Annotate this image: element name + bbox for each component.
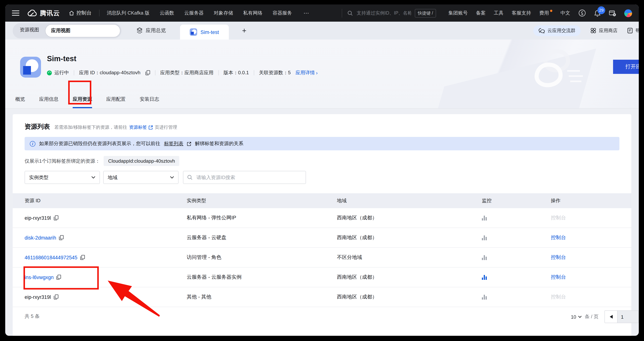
circle-s-icon[interactable]	[578, 9, 586, 17]
info-icon: i	[30, 141, 36, 146]
nav-item-support[interactable]: 客服支持	[512, 10, 531, 17]
console-link[interactable]: 控制台	[551, 254, 631, 261]
copy-icon[interactable]	[54, 294, 58, 299]
resource-id-cell[interactable]: disk-2dmaarih	[24, 235, 187, 240]
app-meta-row: 运行中 应用 ID：cloudapp-40sztovh 应用类型：应用商店应用 …	[47, 69, 318, 76]
copy-icon[interactable]	[145, 70, 150, 75]
app-store-icon	[590, 28, 596, 34]
toggle-app-view[interactable]: 应用视图	[45, 24, 120, 37]
app-detail-link[interactable]: 应用详情›	[296, 69, 318, 76]
decorative-3d-logo	[527, 46, 583, 99]
copy-icon[interactable]	[54, 215, 58, 220]
tab-app-config[interactable]: 应用配置	[106, 96, 126, 108]
resource-tag-link[interactable]: 资源标签	[129, 124, 147, 131]
tab-install-logs[interactable]: 安装日志	[140, 96, 159, 108]
monitor-chart-icon[interactable]	[482, 255, 551, 260]
copy-icon[interactable]	[80, 255, 85, 260]
tabstrip-right: 云应用交流群 应用商店	[533, 25, 639, 36]
nav-right: 集团账号 备案 工具 客服支持 费用 中文 29	[448, 9, 632, 17]
nav-item-billing[interactable]: 费用	[539, 10, 552, 17]
notifications-bell[interactable]: 29	[594, 10, 601, 17]
nav-item-vpc[interactable]: 私有网络	[243, 10, 262, 17]
resource-search[interactable]	[183, 171, 306, 184]
console-settings-icon[interactable]	[609, 10, 616, 16]
monitor-chart-icon[interactable]	[482, 235, 551, 240]
search-input[interactable]	[356, 10, 412, 16]
tab-sim-test[interactable]: Sim-test	[180, 25, 229, 40]
cloud-logo-icon	[28, 10, 37, 17]
logo-text: 腾讯云	[40, 9, 60, 17]
tab-overview[interactable]: 概览	[15, 96, 25, 108]
nav-item-org-account[interactable]: 集团账号	[448, 10, 468, 17]
cloud-app-group-button[interactable]: 云应用交流群	[533, 25, 581, 36]
nav-item-tools[interactable]: 工具	[494, 10, 504, 17]
browser-window: 腾讯云 控制台 消息队列 CKafka 版 云函数 云服务器 对象存储 私有网络…	[5, 5, 639, 336]
avatar[interactable]	[624, 9, 632, 17]
global-search[interactable]: 快捷键 /	[342, 9, 442, 17]
nav-divider	[99, 10, 99, 17]
hamburger-menu-icon[interactable]	[12, 11, 20, 16]
pagination: 10 条 / 页 1	[571, 310, 639, 323]
info-banner: i 如果部分资源已销毁但仍在资源列表页展示，您可以前往 标签列表 解绑标签和资源…	[24, 137, 620, 150]
home-icon	[69, 11, 74, 16]
nav-item-cvm[interactable]: 云服务器	[184, 10, 204, 17]
app-type: 应用类型：应用商店应用	[160, 69, 214, 76]
layers-icon	[136, 27, 143, 34]
copy-icon[interactable]	[56, 275, 61, 280]
resource-id-cell[interactable]: 4611686018444972545	[24, 255, 187, 260]
new-tab-button[interactable]: +	[242, 27, 246, 34]
tab-app-overview[interactable]: 应用总览	[136, 27, 166, 34]
col-action: 操作	[551, 197, 631, 204]
app-icon-large	[20, 57, 41, 78]
monitor-chart-icon[interactable]	[482, 275, 551, 280]
resource-id-cell[interactable]: ins-l6vwgxgn	[24, 274, 187, 280]
nav-item-ckafka[interactable]: 消息队列 CKafka 版	[107, 10, 150, 17]
tab-app-info[interactable]: 应用信息	[39, 96, 58, 108]
resource-search-input[interactable]	[196, 174, 302, 181]
tencent-cloud-logo[interactable]: 腾讯云	[28, 9, 60, 17]
page-size-select[interactable]: 10	[571, 314, 582, 319]
table-row-highlighted: ins-l6vwgxgn 云服务器 - 云服务器实例 西南地区（成都） 控制台	[13, 267, 631, 287]
nav-item-icp[interactable]: 备案	[476, 10, 486, 17]
console-link: 控制台	[551, 214, 631, 221]
search-icon	[187, 175, 193, 180]
chevron-right-icon: ›	[316, 70, 318, 76]
nav-item-cos[interactable]: 对象存储	[214, 10, 233, 17]
monitor-chart-icon[interactable]	[482, 215, 551, 220]
table-row: eip-rxyr319l 其他 - 其他 西南地区（成都） 控制台	[13, 287, 631, 307]
instance-type-select[interactable]: 实例类型	[24, 171, 100, 184]
page-title: Sim-test	[47, 55, 76, 63]
table-row: eip-rxyr319l 私有网络 - 弹性公网IP 西南地区（成都） 控制台	[13, 208, 631, 228]
more-icon[interactable]: ⋯	[304, 10, 310, 17]
app-icon	[190, 28, 197, 36]
toggle-resource-view[interactable]: 资源视图	[14, 24, 45, 37]
help-link[interactable]: 帮助	[627, 28, 639, 34]
nav-console[interactable]: 控制台	[69, 10, 92, 17]
console-link[interactable]: 控制台	[551, 234, 631, 241]
open-app-button[interactable]: 打开应用	[613, 60, 639, 74]
chevron-down-icon	[170, 176, 174, 179]
current-page: 1	[618, 311, 638, 323]
nav-item-tke[interactable]: 容器服务	[272, 10, 292, 17]
col-resource-id: 资源 ID	[24, 197, 187, 204]
copy-icon[interactable]	[59, 235, 64, 240]
col-instance-type: 实例类型	[187, 197, 337, 204]
screen: 腾讯云 控制台 消息队列 CKafka 版 云函数 云服务器 对象存储 私有网络…	[0, 0, 644, 341]
app-resource-count: 关联资源数：5	[259, 69, 290, 76]
tag-list-link[interactable]: 标签列表	[164, 140, 183, 147]
monitor-chart-icon[interactable]	[482, 294, 551, 299]
app-version: 版本：0.0.1	[224, 69, 249, 76]
per-page-label: 条 / 页	[585, 313, 598, 320]
total-count: 共 5 条	[24, 313, 40, 320]
page-controls: 1	[604, 310, 639, 323]
table-header: 资源 ID 实例类型 地域 监控 操作	[13, 193, 631, 208]
app-store-link[interactable]: 应用商店	[590, 28, 618, 34]
tab-app-resources[interactable]: 应用资源	[73, 96, 92, 108]
nav-item-language[interactable]: 中文	[560, 10, 570, 17]
prev-page-button[interactable]	[605, 311, 618, 323]
external-link-icon	[187, 142, 191, 146]
region-select[interactable]: 地域	[103, 171, 178, 184]
workspace-tabstrip: 资源视图 应用视图 应用总览 Sim-test +	[5, 22, 639, 40]
nav-item-scf[interactable]: 云函数	[160, 10, 174, 17]
console-link[interactable]: 控制台	[551, 274, 631, 280]
